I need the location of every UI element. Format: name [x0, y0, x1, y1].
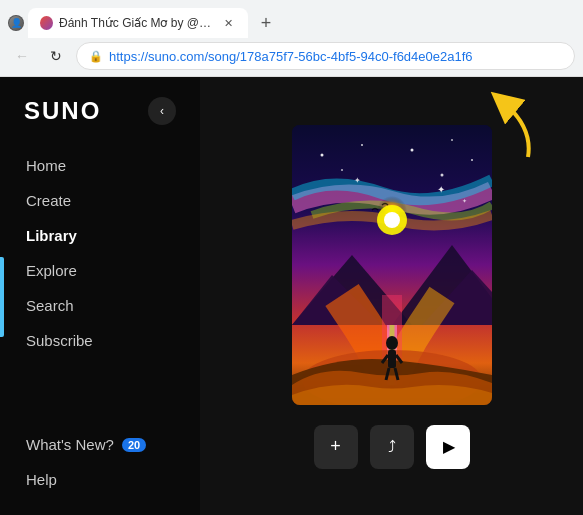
- active-tab[interactable]: Đánh Thức Giấc Mơ by @sambag ✕: [28, 8, 248, 38]
- nav-item-home[interactable]: Home: [12, 149, 188, 182]
- svg-point-15: [384, 212, 400, 228]
- sidebar-bottom: What's New? 20 Help: [0, 428, 200, 496]
- svg-point-6: [451, 139, 453, 141]
- svg-point-9: [440, 173, 443, 176]
- share-icon: ⤴: [388, 438, 396, 456]
- tab-label: Đánh Thức Giấc Mơ by @sambag: [59, 16, 214, 30]
- logo-row: SUNO ‹: [0, 97, 200, 149]
- profile-icon: 👤: [8, 15, 24, 31]
- svg-point-21: [386, 336, 398, 350]
- collapse-button[interactable]: ‹: [148, 97, 176, 125]
- tab-close-button[interactable]: ✕: [220, 15, 236, 31]
- whats-new-label: What's New?: [26, 436, 114, 453]
- reload-button[interactable]: ↻: [42, 42, 70, 70]
- plus-icon: +: [330, 436, 341, 457]
- svg-text:✦: ✦: [437, 184, 445, 195]
- logo: SUNO: [24, 97, 101, 125]
- svg-point-5: [410, 148, 413, 151]
- album-art: ✦ ✦ ✦: [292, 125, 492, 405]
- svg-text:✦: ✦: [462, 198, 467, 204]
- nav-item-library[interactable]: Library: [12, 219, 188, 252]
- nav-item-explore[interactable]: Explore: [12, 254, 188, 287]
- nav-item-search[interactable]: Search: [12, 289, 188, 322]
- address-bar[interactable]: 🔒 https://suno.com/song/178a75f7-56bc-4b…: [76, 42, 575, 70]
- svg-text:✦: ✦: [354, 176, 361, 185]
- main-content: ✦ ✦ ✦: [200, 77, 583, 515]
- svg-point-4: [361, 144, 363, 146]
- svg-point-7: [471, 159, 473, 161]
- svg-point-3: [320, 153, 323, 156]
- nav-item-subscribe[interactable]: Subscribe: [12, 324, 188, 357]
- whats-new-badge: 20: [122, 438, 146, 452]
- back-button[interactable]: ←: [8, 42, 36, 70]
- tab-bar: 👤 Đánh Thức Giấc Mơ by @sambag ✕ +: [0, 0, 583, 38]
- help-item[interactable]: Help: [12, 463, 188, 496]
- play-icon: ▶: [443, 437, 455, 456]
- add-button[interactable]: +: [314, 425, 358, 469]
- share-button[interactable]: ⤴: [370, 425, 414, 469]
- tab-favicon: [40, 16, 53, 30]
- svg-rect-22: [388, 350, 396, 368]
- url-text: https://suno.com/song/178a75f7-56bc-4bf5…: [109, 49, 473, 64]
- whats-new-item[interactable]: What's New? 20: [12, 428, 188, 461]
- play-button[interactable]: ▶: [426, 425, 470, 469]
- nav-items: Home Create Library Explore Search Subsc…: [0, 149, 200, 357]
- svg-point-8: [341, 169, 343, 171]
- action-buttons: + ⤴ ▶: [314, 425, 470, 469]
- accent-bar: [0, 257, 4, 337]
- browser-chrome: 👤 Đánh Thức Giấc Mơ by @sambag ✕ + ← ↻ 🔒…: [0, 0, 583, 77]
- nav-item-create[interactable]: Create: [12, 184, 188, 217]
- sidebar: SUNO ‹ Home Create Library Explore Searc…: [0, 77, 200, 515]
- new-tab-button[interactable]: +: [252, 9, 280, 37]
- album-art-image: ✦ ✦ ✦: [292, 125, 492, 405]
- page-content: SUNO ‹ Home Create Library Explore Searc…: [0, 77, 583, 515]
- address-bar-row: ← ↻ 🔒 https://suno.com/song/178a75f7-56b…: [0, 38, 583, 76]
- lock-icon: 🔒: [89, 50, 103, 63]
- album-art-svg: ✦ ✦ ✦: [292, 125, 492, 405]
